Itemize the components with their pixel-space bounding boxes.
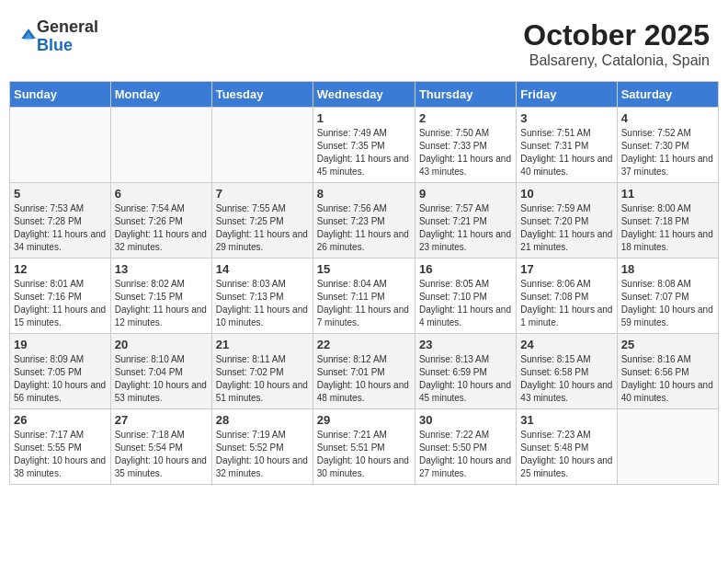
logo-icon bbox=[20, 28, 37, 44]
day-info: Sunrise: 7:57 AM Sunset: 7:21 PM Dayligh… bbox=[419, 202, 512, 254]
day-number: 22 bbox=[317, 338, 411, 351]
calendar-cell: 23Sunrise: 8:13 AM Sunset: 6:59 PM Dayli… bbox=[415, 334, 516, 409]
calendar-week-row: 26Sunrise: 7:17 AM Sunset: 5:55 PM Dayli… bbox=[10, 409, 719, 485]
calendar-cell: 22Sunrise: 8:12 AM Sunset: 7:01 PM Dayli… bbox=[313, 334, 415, 409]
day-info: Sunrise: 7:52 AM Sunset: 7:30 PM Dayligh… bbox=[621, 127, 714, 178]
calendar-week-row: 1Sunrise: 7:49 AM Sunset: 7:35 PM Daylig… bbox=[10, 108, 719, 183]
day-info: Sunrise: 7:18 AM Sunset: 5:54 PM Dayligh… bbox=[115, 429, 208, 480]
day-number: 20 bbox=[115, 338, 208, 351]
day-number: 13 bbox=[115, 262, 208, 276]
day-number: 31 bbox=[520, 413, 612, 427]
calendar-cell: 26Sunrise: 7:17 AM Sunset: 5:55 PM Dayli… bbox=[10, 409, 111, 485]
calendar-cell: 3Sunrise: 7:51 AM Sunset: 7:31 PM Daylig… bbox=[517, 108, 617, 183]
day-number: 24 bbox=[520, 338, 612, 351]
day-info: Sunrise: 7:53 AM Sunset: 7:28 PM Dayligh… bbox=[14, 202, 107, 254]
calendar-cell: 13Sunrise: 8:02 AM Sunset: 7:15 PM Dayli… bbox=[110, 259, 211, 334]
day-info: Sunrise: 7:21 AM Sunset: 5:51 PM Dayligh… bbox=[317, 429, 411, 480]
day-info: Sunrise: 8:06 AM Sunset: 7:08 PM Dayligh… bbox=[520, 278, 612, 329]
calendar-cell bbox=[617, 409, 718, 485]
calendar-cell: 2Sunrise: 7:50 AM Sunset: 7:33 PM Daylig… bbox=[415, 108, 516, 183]
day-number: 7 bbox=[216, 187, 309, 201]
day-number: 6 bbox=[115, 187, 208, 201]
day-number: 19 bbox=[14, 338, 107, 351]
day-number: 27 bbox=[115, 413, 208, 427]
day-info: Sunrise: 7:50 AM Sunset: 7:33 PM Dayligh… bbox=[419, 127, 512, 178]
calendar-cell: 10Sunrise: 7:59 AM Sunset: 7:20 PM Dayli… bbox=[517, 183, 617, 259]
calendar-cell: 24Sunrise: 8:15 AM Sunset: 6:58 PM Dayli… bbox=[517, 334, 617, 409]
day-info: Sunrise: 7:59 AM Sunset: 7:20 PM Dayligh… bbox=[520, 202, 612, 254]
calendar-cell: 11Sunrise: 8:00 AM Sunset: 7:18 PM Dayli… bbox=[617, 183, 718, 259]
day-info: Sunrise: 8:03 AM Sunset: 7:13 PM Dayligh… bbox=[216, 278, 309, 329]
day-number: 15 bbox=[317, 262, 411, 276]
weekday-header-thursday: Thursday bbox=[415, 82, 516, 108]
calendar-cell bbox=[10, 108, 111, 183]
calendar-cell: 15Sunrise: 8:04 AM Sunset: 7:11 PM Dayli… bbox=[313, 259, 415, 334]
day-info: Sunrise: 8:11 AM Sunset: 7:02 PM Dayligh… bbox=[216, 353, 309, 405]
day-number: 12 bbox=[14, 262, 107, 276]
day-number: 30 bbox=[419, 413, 512, 427]
day-info: Sunrise: 7:22 AM Sunset: 5:50 PM Dayligh… bbox=[419, 429, 512, 480]
day-number: 16 bbox=[419, 262, 512, 276]
day-number: 14 bbox=[216, 262, 309, 276]
calendar-cell: 12Sunrise: 8:01 AM Sunset: 7:16 PM Dayli… bbox=[10, 259, 111, 334]
weekday-header-tuesday: Tuesday bbox=[211, 82, 313, 108]
title-block: October 2025 Balsareny, Catalonia, Spain bbox=[523, 18, 710, 69]
calendar-cell: 21Sunrise: 8:11 AM Sunset: 7:02 PM Dayli… bbox=[211, 334, 313, 409]
day-info: Sunrise: 8:09 AM Sunset: 7:05 PM Dayligh… bbox=[14, 353, 107, 405]
logo-blue: Blue bbox=[37, 37, 98, 55]
weekday-header-sunday: Sunday bbox=[10, 82, 111, 108]
day-info: Sunrise: 7:17 AM Sunset: 5:55 PM Dayligh… bbox=[14, 429, 107, 480]
day-info: Sunrise: 8:15 AM Sunset: 6:58 PM Dayligh… bbox=[520, 353, 612, 405]
day-number: 29 bbox=[317, 413, 411, 427]
calendar-week-row: 19Sunrise: 8:09 AM Sunset: 7:05 PM Dayli… bbox=[10, 334, 719, 409]
day-info: Sunrise: 7:55 AM Sunset: 7:25 PM Dayligh… bbox=[216, 202, 309, 254]
calendar-cell: 20Sunrise: 8:10 AM Sunset: 7:04 PM Dayli… bbox=[110, 334, 211, 409]
day-number: 10 bbox=[520, 187, 612, 201]
day-info: Sunrise: 8:12 AM Sunset: 7:01 PM Dayligh… bbox=[317, 353, 411, 405]
day-number: 17 bbox=[520, 262, 612, 276]
weekday-header-saturday: Saturday bbox=[617, 82, 718, 108]
day-info: Sunrise: 8:13 AM Sunset: 6:59 PM Dayligh… bbox=[419, 353, 512, 405]
weekday-header-friday: Friday bbox=[517, 82, 617, 108]
calendar-cell: 6Sunrise: 7:54 AM Sunset: 7:26 PM Daylig… bbox=[110, 183, 211, 259]
calendar-table: SundayMondayTuesdayWednesdayThursdayFrid… bbox=[9, 81, 719, 485]
weekday-header-monday: Monday bbox=[110, 82, 211, 108]
weekday-header-row: SundayMondayTuesdayWednesdayThursdayFrid… bbox=[10, 82, 719, 108]
day-info: Sunrise: 8:05 AM Sunset: 7:10 PM Dayligh… bbox=[419, 278, 512, 329]
day-info: Sunrise: 7:23 AM Sunset: 5:48 PM Dayligh… bbox=[520, 429, 612, 480]
day-number: 11 bbox=[621, 187, 714, 201]
day-number: 25 bbox=[621, 338, 714, 351]
calendar-week-row: 12Sunrise: 8:01 AM Sunset: 7:16 PM Dayli… bbox=[10, 259, 719, 334]
calendar-cell: 29Sunrise: 7:21 AM Sunset: 5:51 PM Dayli… bbox=[313, 409, 415, 485]
calendar-cell: 25Sunrise: 8:16 AM Sunset: 6:56 PM Dayli… bbox=[617, 334, 718, 409]
day-number: 5 bbox=[14, 187, 107, 201]
day-number: 3 bbox=[520, 111, 612, 125]
day-info: Sunrise: 8:00 AM Sunset: 7:18 PM Dayligh… bbox=[621, 202, 714, 254]
day-info: Sunrise: 7:51 AM Sunset: 7:31 PM Dayligh… bbox=[520, 127, 612, 178]
day-info: Sunrise: 7:56 AM Sunset: 7:23 PM Dayligh… bbox=[317, 202, 411, 254]
calendar-cell: 19Sunrise: 8:09 AM Sunset: 7:05 PM Dayli… bbox=[10, 334, 111, 409]
calendar-cell: 1Sunrise: 7:49 AM Sunset: 7:35 PM Daylig… bbox=[313, 108, 415, 183]
day-info: Sunrise: 7:54 AM Sunset: 7:26 PM Dayligh… bbox=[115, 202, 208, 254]
day-info: Sunrise: 8:16 AM Sunset: 6:56 PM Dayligh… bbox=[621, 353, 714, 405]
day-number: 26 bbox=[14, 413, 107, 427]
day-number: 2 bbox=[419, 111, 512, 125]
calendar-cell: 28Sunrise: 7:19 AM Sunset: 5:52 PM Dayli… bbox=[211, 409, 313, 485]
day-number: 23 bbox=[419, 338, 512, 351]
day-info: Sunrise: 7:19 AM Sunset: 5:52 PM Dayligh… bbox=[216, 429, 309, 480]
calendar-cell: 17Sunrise: 8:06 AM Sunset: 7:08 PM Dayli… bbox=[517, 259, 617, 334]
calendar-cell: 30Sunrise: 7:22 AM Sunset: 5:50 PM Dayli… bbox=[415, 409, 516, 485]
calendar-cell bbox=[110, 108, 211, 183]
day-info: Sunrise: 8:01 AM Sunset: 7:16 PM Dayligh… bbox=[14, 278, 107, 329]
calendar-cell: 9Sunrise: 7:57 AM Sunset: 7:21 PM Daylig… bbox=[415, 183, 516, 259]
day-number: 8 bbox=[317, 187, 411, 201]
calendar-week-row: 5Sunrise: 7:53 AM Sunset: 7:28 PM Daylig… bbox=[10, 183, 719, 259]
location: Balsareny, Catalonia, Spain bbox=[523, 52, 710, 69]
day-number: 1 bbox=[317, 111, 411, 125]
day-number: 9 bbox=[419, 187, 512, 201]
calendar-cell: 14Sunrise: 8:03 AM Sunset: 7:13 PM Dayli… bbox=[211, 259, 313, 334]
day-info: Sunrise: 7:49 AM Sunset: 7:35 PM Dayligh… bbox=[317, 127, 411, 178]
calendar-cell: 31Sunrise: 7:23 AM Sunset: 5:48 PM Dayli… bbox=[517, 409, 617, 485]
day-info: Sunrise: 8:08 AM Sunset: 7:07 PM Dayligh… bbox=[621, 278, 714, 329]
day-info: Sunrise: 8:04 AM Sunset: 7:11 PM Dayligh… bbox=[317, 278, 411, 329]
